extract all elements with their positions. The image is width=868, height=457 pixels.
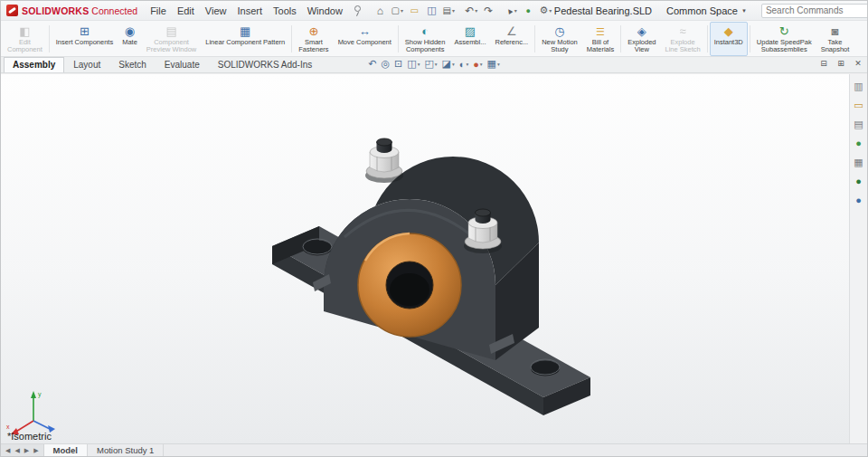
instant3d-icon: [722, 24, 736, 38]
reference-geometry-button[interactable]: Referenc...: [490, 22, 533, 56]
scroll-tabs-right-icon[interactable]: [24, 447, 29, 454]
view-orientation-icon[interactable]: [424, 58, 433, 70]
graphics-area[interactable]: y x *Isometric: [1, 74, 849, 443]
new-motion-study-button[interactable]: New Motion Study: [537, 22, 582, 56]
ribbon-divider: [750, 25, 750, 52]
file-explorer-icon[interactable]: [854, 119, 863, 129]
scroll-tabs-start-icon[interactable]: [5, 447, 10, 454]
task-pane-strip: [849, 74, 867, 443]
bill-of-materials-icon: [593, 24, 608, 38]
bushing: [358, 233, 461, 337]
update-speedpak-icon: [777, 24, 791, 38]
component-preview-icon: [165, 24, 179, 38]
search-commands-box[interactable]: ▾: [761, 4, 868, 18]
hide-show-items-icon[interactable]: [459, 59, 466, 70]
insert-components-icon: [77, 24, 91, 38]
zoom-to-fit-icon[interactable]: [381, 58, 390, 70]
tab-solidworks-add-ins[interactable]: SOLIDWORKS Add-Ins: [209, 57, 321, 72]
menu-insert[interactable]: Insert: [232, 4, 269, 18]
hex-nut-left: [365, 138, 403, 183]
chevron-down-icon: [244, 46, 247, 57]
bill-of-materials-button[interactable]: Bill of Materials: [582, 22, 618, 56]
scroll-tabs-end-icon[interactable]: [33, 447, 38, 454]
document-close-icon[interactable]: ✕: [853, 59, 863, 68]
brand-suffix: Connected: [91, 5, 137, 16]
select-tool-icon[interactable]: ▾: [503, 3, 520, 19]
chevron-down-icon: [510, 46, 513, 57]
smart-fasteners-icon: [307, 24, 321, 38]
model-tab[interactable]: Model: [44, 444, 88, 456]
explode-line-sketch-button: Explode Line Sketch: [660, 22, 704, 56]
save-icon[interactable]: [423, 3, 440, 19]
pedestal-bearing-model: [272, 138, 590, 415]
smart-fasteners-button[interactable]: Smart Fasteners: [294, 22, 333, 56]
document-title: Pedestal Bearing.SLD: [554, 5, 652, 16]
tab-assembly[interactable]: Assembly: [4, 57, 64, 72]
menu-file[interactable]: File: [145, 4, 172, 18]
new-document-icon[interactable]: ▾: [389, 3, 406, 19]
display-style-icon[interactable]: [442, 58, 451, 70]
task-pane-toggle-icon[interactable]: [854, 81, 863, 91]
section-view-icon[interactable]: [407, 58, 416, 70]
zoom-to-area-icon[interactable]: [394, 58, 402, 70]
sustainability-icon[interactable]: [855, 176, 862, 186]
show-hidden-components-button[interactable]: Show Hidden Components: [401, 22, 450, 56]
assembly-features-icon: [463, 24, 477, 38]
heads-up-view-toolbar: ▾ ▾ ▾ ▾ ▾ ▾: [368, 58, 500, 70]
view-palette-icon[interactable]: [854, 157, 863, 167]
redo-icon[interactable]: [480, 3, 497, 19]
model-canvas[interactable]: y x: [1, 74, 849, 443]
reference-geometry-icon: [505, 24, 519, 38]
command-tab-row: Assembly Layout Sketch Evaluate SOLIDWOR…: [1, 57, 867, 73]
update-speedpak-button[interactable]: Update SpeedPak Subassemblies: [752, 22, 816, 56]
take-snapshot-icon: [828, 24, 843, 38]
undo-icon[interactable]: ▾: [463, 3, 480, 19]
rebuild-icon[interactable]: [520, 3, 537, 19]
print-icon[interactable]: ▾: [440, 3, 458, 19]
menu-edit[interactable]: Edit: [172, 4, 200, 18]
options-gear-icon[interactable]: ▾: [537, 3, 554, 19]
linear-component-pattern-button[interactable]: Linear Component Pattern: [201, 22, 289, 56]
scroll-tabs-left-icon[interactable]: [14, 447, 19, 454]
workspace-selector[interactable]: Common Space ▼: [661, 4, 752, 18]
design-library-icon[interactable]: [854, 100, 863, 110]
chevron-down-icon: [468, 46, 471, 57]
edit-appearance-icon[interactable]: [473, 59, 479, 70]
workspace-selector-label: Common Space: [666, 5, 738, 16]
pin-menu-icon[interactable]: [352, 5, 363, 16]
menu-tools[interactable]: Tools: [268, 4, 302, 18]
menu-view[interactable]: View: [200, 4, 232, 18]
take-snapshot-button[interactable]: Take Snapshot: [816, 22, 854, 56]
move-component-button[interactable]: Move Component: [334, 22, 396, 56]
view-settings-icon[interactable]: [487, 58, 496, 70]
instant3d-button[interactable]: Instant3D: [710, 22, 748, 56]
ribbon-divider: [398, 25, 399, 52]
menu-window[interactable]: Window: [302, 4, 348, 18]
chevron-down-icon: [363, 46, 366, 57]
open-document-icon[interactable]: [406, 3, 423, 19]
mounting-hole: [303, 241, 332, 256]
solidworks-forum-icon[interactable]: [855, 195, 862, 205]
brand-name: SOLIDWORKS: [22, 5, 89, 16]
search-input[interactable]: [766, 5, 868, 15]
3d-content-central-icon[interactable]: [855, 138, 862, 148]
insert-components-button[interactable]: Insert Components: [52, 22, 118, 56]
assembly-features-button[interactable]: Assembl...: [449, 22, 490, 56]
document-minimize-icon[interactable]: ⊟: [818, 59, 829, 68]
component-preview-window-button: Component Preview Window: [142, 22, 201, 56]
motion-study-icon: [552, 24, 567, 38]
document-window-controls: ⊟ ⊞ ✕: [818, 59, 863, 68]
exploded-view-button[interactable]: Exploded View: [623, 22, 660, 56]
tab-evaluate[interactable]: Evaluate: [156, 57, 209, 72]
bottom-tab-bar: Model Motion Study 1: [1, 443, 867, 456]
svg-text:x: x: [6, 424, 10, 430]
mate-button[interactable]: Mate: [118, 22, 142, 56]
home-icon[interactable]: [372, 3, 389, 19]
motion-study-tab[interactable]: Motion Study 1: [88, 444, 164, 456]
tab-layout[interactable]: Layout: [64, 57, 109, 72]
tab-sketch[interactable]: Sketch: [109, 57, 156, 72]
solidworks-logo: [6, 5, 18, 16]
document-restore-icon[interactable]: ⊞: [835, 59, 846, 68]
previous-view-icon[interactable]: [368, 58, 376, 70]
orientation-triad: y x: [6, 391, 55, 434]
